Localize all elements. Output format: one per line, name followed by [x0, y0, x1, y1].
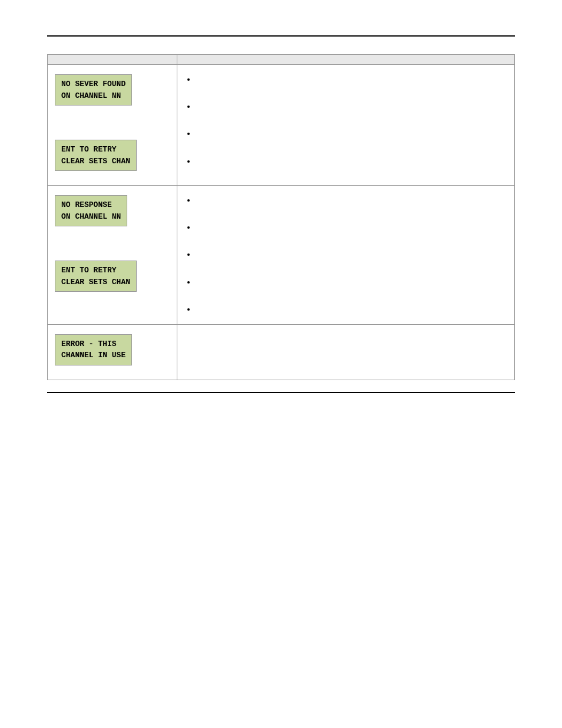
list-item — [196, 249, 507, 260]
desc-cell-error-channel — [177, 324, 515, 380]
page-container: NO SEVER FOUND ON CHANNEL NN ENT TO RETR… — [0, 0, 562, 728]
table-row: ERROR - THIS CHANNEL IN USE — [48, 324, 515, 380]
lcd-no-server-found: NO SEVER FOUND ON CHANNEL NN — [55, 74, 132, 106]
bottom-border — [47, 392, 515, 393]
col-header-description — [177, 55, 515, 65]
bullet-list-2 — [184, 195, 507, 315]
list-item — [196, 156, 507, 167]
list-item — [196, 277, 507, 288]
lcd-ent-retry-2: ENT TO RETRY CLEAR SETS CHAN — [55, 261, 137, 292]
bullet-list-1 — [184, 74, 507, 167]
desc-cell-no-server — [177, 65, 515, 186]
table-row: NO SEVER FOUND ON CHANNEL NN ENT TO RETR… — [48, 65, 515, 186]
display-group-3: ERROR - THIS CHANNEL IN USE — [55, 334, 170, 370]
list-item — [196, 129, 507, 139]
list-item — [196, 74, 507, 85]
desc-cell-no-response — [177, 186, 515, 325]
top-border — [47, 35, 515, 37]
lcd-no-response: NO RESPONSE ON CHANNEL NN — [55, 195, 127, 226]
lcd-error-channel: ERROR - THIS CHANNEL IN USE — [55, 334, 132, 365]
list-item — [196, 304, 507, 315]
list-item — [196, 101, 507, 112]
lcd-ent-retry-1: ENT TO RETRY CLEAR SETS CHAN — [55, 140, 137, 171]
display-cell-no-server: NO SEVER FOUND ON CHANNEL NN ENT TO RETR… — [48, 65, 177, 186]
display-cell-error-channel: ERROR - THIS CHANNEL IN USE — [48, 324, 177, 380]
list-item — [196, 222, 507, 233]
main-table: NO SEVER FOUND ON CHANNEL NN ENT TO RETR… — [47, 54, 515, 380]
display-group-1: NO SEVER FOUND ON CHANNEL NN ENT TO RETR… — [55, 74, 170, 176]
display-group-2: NO RESPONSE ON CHANNEL NN ENT TO RETRY C… — [55, 195, 170, 297]
display-cell-no-response: NO RESPONSE ON CHANNEL NN ENT TO RETRY C… — [48, 186, 177, 325]
col-header-display — [48, 55, 177, 65]
list-item — [196, 195, 507, 206]
table-row: NO RESPONSE ON CHANNEL NN ENT TO RETRY C… — [48, 186, 515, 325]
